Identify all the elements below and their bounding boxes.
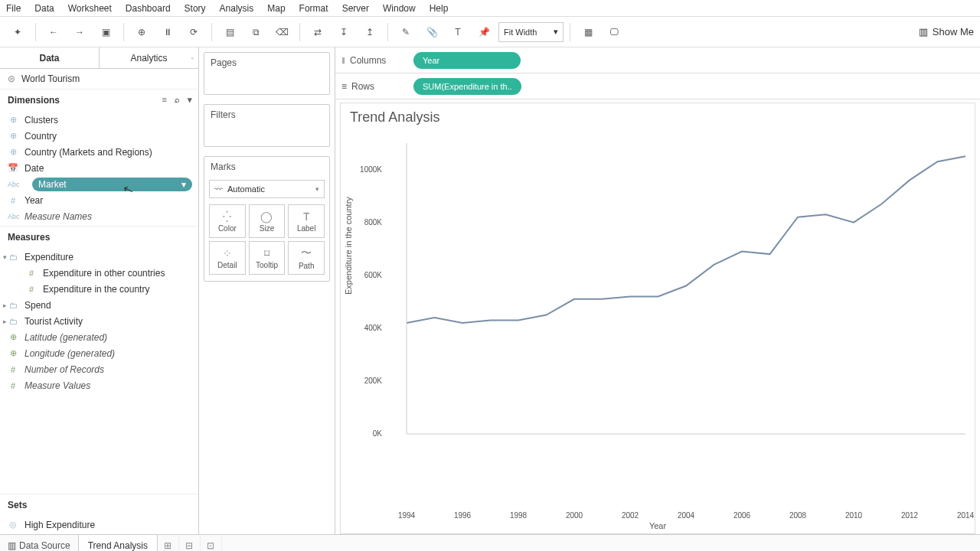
chevron-down-icon: ▾ xyxy=(315,185,319,193)
columns-shelf[interactable]: ⦀Columns Year xyxy=(335,47,980,73)
presentation-icon[interactable]: 🖵 xyxy=(603,21,626,44)
menu-dashboard[interactable]: Dashboard xyxy=(126,3,171,14)
search-icon[interactable]: ⌕ xyxy=(175,95,180,105)
showme-icon: ▥ xyxy=(919,26,928,37)
mark-tooltip[interactable]: ⌑Tooltip xyxy=(249,241,286,275)
globe-icon: ⊕ xyxy=(8,131,18,141)
new-worksheet-icon[interactable]: ▤ xyxy=(218,21,241,44)
field-high-expenditure[interactable]: ◎High Expenditure xyxy=(0,517,198,533)
label-icon[interactable]: T xyxy=(446,21,469,44)
field-clusters[interactable]: ⊕Clusters xyxy=(0,112,198,128)
menu-worksheet[interactable]: Worksheet xyxy=(68,3,112,14)
refresh-icon[interactable]: ⟳ xyxy=(182,21,205,44)
folder-icon: 🗀 xyxy=(8,253,18,262)
field-latitude[interactable]: ⊕Latitude (generated) xyxy=(0,329,198,345)
field-year[interactable]: #Year xyxy=(0,192,198,208)
mark-size[interactable]: ◯Size xyxy=(249,204,286,238)
field-market[interactable]: Abc Market▾ ↖ xyxy=(0,176,198,192)
swap-icon[interactable]: ⇄ xyxy=(306,21,329,44)
menu-story[interactable]: Story xyxy=(185,3,206,14)
menu-data[interactable]: Data xyxy=(34,3,54,14)
dashboard-icon[interactable]: ▦ xyxy=(577,21,599,44)
rows-pill-expenditure[interactable]: SUM(Expenditure in th.. xyxy=(413,78,521,95)
hash-icon: # xyxy=(8,381,18,390)
list-view-icon[interactable]: ≡ xyxy=(162,95,167,105)
new-datasource-icon[interactable]: ⊕ xyxy=(130,21,153,44)
datasource-label: World Tourism xyxy=(21,73,80,84)
separator xyxy=(35,23,36,41)
mark-color[interactable]: ⁛Color xyxy=(209,204,246,238)
rows-icon: ≡ xyxy=(341,81,347,92)
set-icon: ◎ xyxy=(8,520,18,530)
group-icon[interactable]: 📎 xyxy=(420,21,443,44)
x-tick: 1996 xyxy=(454,511,471,520)
menu-server[interactable]: Server xyxy=(342,3,369,14)
expander-open-icon[interactable]: ▾ xyxy=(3,253,7,261)
detail-icon: ⁘ xyxy=(223,247,232,259)
viz-title[interactable]: Trend Analysis xyxy=(350,109,439,126)
field-tourist-folder[interactable]: ▸🗀Tourist Activity xyxy=(0,313,198,329)
clear-icon[interactable]: ⌫ xyxy=(270,21,293,44)
hash-icon: # xyxy=(26,285,37,294)
mark-type-dropdown[interactable]: 〰 Automatic ▾ xyxy=(209,180,325,198)
tab-data[interactable]: Data xyxy=(0,47,100,68)
rows-shelf[interactable]: ≡Rows SUM(Expenditure in th.. xyxy=(335,73,980,99)
datasource-item[interactable]: ⊜ World Tourism xyxy=(0,69,198,89)
mark-path[interactable]: 〜Path xyxy=(288,241,325,275)
mark-label[interactable]: TLabel xyxy=(288,204,325,238)
menu-help[interactable]: Help xyxy=(430,3,449,14)
menu-format[interactable]: Format xyxy=(299,3,328,14)
fit-dropdown[interactable]: Fit Width▾ xyxy=(498,22,564,42)
datasource-tab[interactable]: ▥Data Source xyxy=(0,540,78,551)
expander-closed-icon[interactable]: ▸ xyxy=(3,318,7,325)
mark-detail[interactable]: ⁘Detail xyxy=(209,241,246,275)
y-tick: 1000K xyxy=(348,165,382,174)
field-country[interactable]: ⊕Country xyxy=(0,128,198,144)
field-longitude[interactable]: ⊕Longitude (generated) xyxy=(0,345,198,361)
sort-desc-icon[interactable]: ↥ xyxy=(358,21,381,44)
save-icon[interactable]: ▣ xyxy=(94,21,117,44)
back-icon[interactable]: ← xyxy=(42,21,65,44)
tab-analytics[interactable]: Analytics◦ xyxy=(100,47,198,68)
field-country-markets[interactable]: ⊕Country (Markets and Regions) xyxy=(0,144,198,160)
field-date[interactable]: 📅Date xyxy=(0,160,198,176)
field-exp-country[interactable]: #Expenditure in the country xyxy=(0,281,198,297)
columns-pill-year[interactable]: Year xyxy=(413,52,521,69)
sort-asc-icon[interactable]: ↧ xyxy=(332,21,355,44)
sheet-tab-trend[interactable]: Trend Analysis xyxy=(78,535,158,551)
datasource-icon: ⊜ xyxy=(8,73,15,84)
viz-canvas[interactable]: Trend Analysis Expenditure in the countr… xyxy=(340,103,975,534)
expander-closed-icon[interactable]: ▸ xyxy=(3,302,7,309)
pause-data-icon[interactable]: ⏸ xyxy=(156,21,179,44)
field-spend-folder[interactable]: ▸🗀Spend xyxy=(0,297,198,313)
field-num-records[interactable]: #Number of Records xyxy=(0,361,198,377)
calendar-icon: 📅 xyxy=(8,163,18,173)
color-icon: ⁛ xyxy=(223,210,231,223)
field-measure-names[interactable]: AbcMeasure Names xyxy=(0,208,198,224)
show-me-button[interactable]: ▥ Show Me xyxy=(919,26,974,37)
menu-analysis[interactable]: Analysis xyxy=(220,3,254,14)
menu-map[interactable]: Map xyxy=(267,3,285,14)
forward-icon[interactable]: → xyxy=(68,21,91,44)
chevron-down-icon[interactable]: ▾ xyxy=(181,179,186,190)
new-story-tab-icon[interactable]: ⊡ xyxy=(201,535,222,551)
highlight-icon[interactable]: ✎ xyxy=(394,21,417,44)
field-market-pill[interactable]: Market▾ xyxy=(32,178,192,191)
filters-shelf[interactable]: Filters xyxy=(204,104,330,147)
x-tick: 2002 xyxy=(622,511,639,520)
menu-window[interactable]: Window xyxy=(383,3,416,14)
pin-icon[interactable]: 📌 xyxy=(472,21,495,44)
menu-file[interactable]: File xyxy=(6,3,21,14)
new-dashboard-tab-icon[interactable]: ⊟ xyxy=(179,535,201,551)
logo-icon[interactable]: ✦ xyxy=(6,21,29,44)
new-worksheet-tab-icon[interactable]: ⊞ xyxy=(158,535,179,551)
measures-list: ▾🗀Expenditure #Expenditure in other coun… xyxy=(0,247,198,395)
fit-label: Fit Width xyxy=(504,28,537,37)
menu-chevron-icon[interactable]: ▾ xyxy=(188,95,192,105)
field-measure-values[interactable]: #Measure Values xyxy=(0,377,198,393)
field-expenditure-folder[interactable]: ▾🗀Expenditure xyxy=(0,249,198,265)
x-tick: 1994 xyxy=(398,511,415,520)
field-exp-other[interactable]: #Expenditure in other countries xyxy=(0,265,198,281)
pages-shelf[interactable]: Pages xyxy=(204,52,330,95)
duplicate-icon[interactable]: ⧉ xyxy=(244,21,267,44)
